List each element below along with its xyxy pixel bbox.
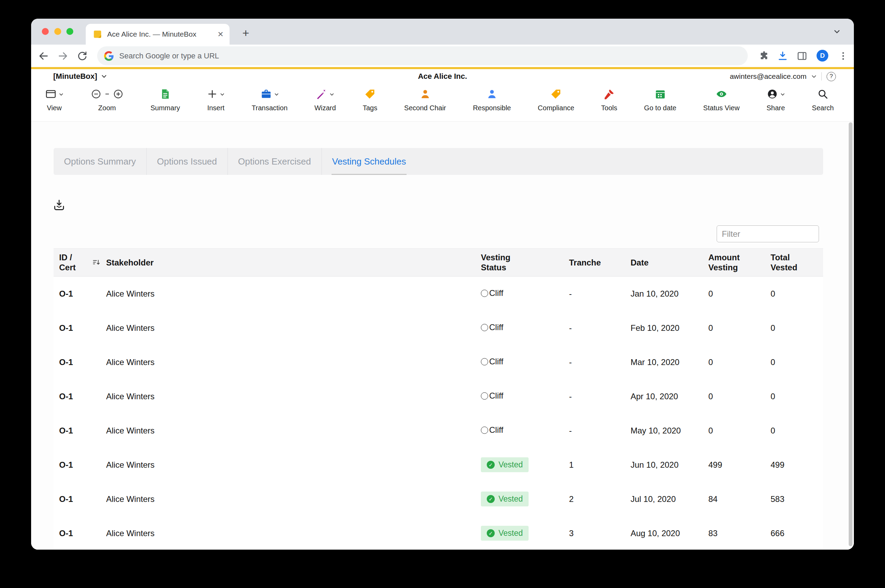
status-cliff: Cliff <box>481 391 503 400</box>
status-cliff: Cliff <box>481 357 503 366</box>
tag-icon <box>550 88 562 100</box>
chevron-down-icon <box>59 92 64 97</box>
status-cliff: Cliff <box>481 425 503 435</box>
search-input[interactable] <box>119 51 741 60</box>
tab-options-summary[interactable]: Options Summary <box>54 148 147 175</box>
close-window-button[interactable] <box>42 28 49 35</box>
wand-icon <box>316 88 327 100</box>
cliff-circle-icon <box>481 427 488 434</box>
divider <box>821 72 822 81</box>
person-blue-icon <box>486 88 498 100</box>
toolbar-item-tags[interactable]: Tags <box>363 87 377 122</box>
browser-tab-strip: Ace Alice Inc. — MinuteBox × + <box>31 19 854 45</box>
browser-window: Ace Alice Inc. — MinuteBox × + D [Minute… <box>31 19 854 550</box>
chevron-down-icon[interactable] <box>812 74 816 79</box>
header-total-vested: Total Vested <box>765 252 823 272</box>
zoom-dash-icon <box>104 88 111 99</box>
status-cliff: Cliff <box>481 322 503 332</box>
briefcase-icon <box>260 88 272 100</box>
extensions-puzzle-icon[interactable] <box>759 51 770 62</box>
new-tab-button[interactable]: + <box>239 26 253 40</box>
toolbar-item-transaction[interactable]: Transaction <box>252 87 288 122</box>
chevron-down-icon <box>274 92 279 97</box>
minimize-window-button[interactable] <box>54 28 61 35</box>
magnifier-icon <box>817 88 829 100</box>
download-icon[interactable] <box>777 51 788 62</box>
tab-close-icon[interactable]: × <box>218 29 224 39</box>
table-row[interactable]: O-1 Alice Winters Vested 1 Jun 10, 2020 … <box>54 448 823 482</box>
toolbar-item-tools[interactable]: Tools <box>601 87 617 122</box>
vesting-table: ID / Cert Stakeholder Vesting Status Tra… <box>54 248 823 550</box>
header-vesting-status: Vesting Status <box>476 252 564 272</box>
toolbar-item-summary[interactable]: Summary <box>150 87 180 122</box>
header-tranche: Tranche <box>564 258 625 267</box>
chevron-down-icon <box>330 92 334 97</box>
toolbar-item-go-to-date[interactable]: Go to date <box>644 87 676 122</box>
toolbar-item-view[interactable]: View <box>45 87 64 122</box>
scrollbar-thumb[interactable] <box>849 122 852 546</box>
header-date: Date <box>625 258 703 267</box>
tab-options-issued[interactable]: Options Issued <box>147 148 228 175</box>
filter-input[interactable] <box>717 225 819 242</box>
person-circle-icon <box>766 88 778 100</box>
toolbar-item-second-chair[interactable]: Second Chair <box>404 87 446 122</box>
cliff-circle-icon <box>481 290 488 297</box>
status-vested-badge: Vested <box>481 458 529 472</box>
fullscreen-window-button[interactable] <box>66 28 73 35</box>
check-icon <box>487 529 495 537</box>
table-row[interactable]: O-1 Alice Winters Cliff - Mar 10, 2020 0… <box>54 345 823 379</box>
toolbar-item-responsible[interactable]: Responsible <box>473 87 511 122</box>
zoom-out-icon[interactable] <box>91 88 102 99</box>
tab-title: Ace Alice Inc. — MinuteBox <box>107 30 213 38</box>
toolbar-item-status-view[interactable]: Status View <box>703 87 740 122</box>
table-row[interactable]: O-1 Alice Winters Vested 3 Aug 10, 2020 … <box>54 516 823 550</box>
help-button[interactable]: ? <box>826 72 836 81</box>
google-g-icon <box>104 51 114 61</box>
browser-nav-bar: D <box>31 45 854 67</box>
check-icon <box>487 461 495 469</box>
toolbar-item-search[interactable]: Search <box>812 87 834 122</box>
toolbar-item-wizard[interactable]: Wizard <box>314 87 336 122</box>
table-row[interactable]: O-1 Alice Winters Cliff - Jan 10, 2020 0… <box>54 276 823 311</box>
tab-vesting-schedules[interactable]: Vesting Schedules <box>322 148 417 175</box>
toolbar-item-compliance[interactable]: Compliance <box>538 87 574 122</box>
tag-icon <box>364 88 376 100</box>
toolbar-item-zoom[interactable]: Zoom <box>91 87 124 122</box>
export-download-icon[interactable] <box>52 198 66 212</box>
section-tab-bar: Options Summary Options Issued Options E… <box>54 148 823 175</box>
side-panel-icon[interactable] <box>796 51 808 62</box>
toolbar-item-insert[interactable]: Insert <box>207 87 225 122</box>
table-row[interactable]: O-1 Alice Winters Cliff - Feb 10, 2020 0… <box>54 311 823 345</box>
check-icon <box>487 495 495 503</box>
browser-tab[interactable]: Ace Alice Inc. — MinuteBox × <box>86 24 230 45</box>
tab-favicon <box>93 29 102 39</box>
profile-avatar[interactable]: D <box>816 50 828 62</box>
back-icon[interactable] <box>38 51 49 62</box>
cliff-circle-icon <box>481 324 488 331</box>
tab-options-exercised[interactable]: Options Exercised <box>228 148 322 175</box>
document-icon <box>159 88 171 100</box>
header-amount-vesting: Amount Vesting <box>703 252 765 272</box>
user-email[interactable]: awinters@acealice.com <box>730 72 807 81</box>
sort-desc-icon[interactable] <box>92 258 100 267</box>
reload-icon[interactable] <box>77 51 88 62</box>
chevron-down-icon <box>220 92 225 97</box>
address-bar[interactable] <box>97 46 748 65</box>
status-vested-badge: Vested <box>481 492 529 506</box>
person-orange-icon <box>419 88 431 100</box>
toolbar-item-share[interactable]: Share <box>766 87 785 122</box>
forward-icon[interactable] <box>57 51 69 62</box>
user-area: awinters@acealice.com ? <box>730 69 836 84</box>
table-row[interactable]: O-1 Alice Winters Cliff - Apr 10, 2020 0… <box>54 379 823 413</box>
table-row[interactable]: O-1 Alice Winters Cliff - May 10, 2020 0… <box>54 413 823 448</box>
status-vested-badge: Vested <box>481 526 529 541</box>
status-cliff: Cliff <box>481 288 503 298</box>
plus-icon <box>207 88 218 99</box>
eye-icon <box>716 88 728 100</box>
header-id-cert[interactable]: ID / Cert <box>54 252 100 272</box>
tab-list-chevron-icon[interactable] <box>832 26 842 37</box>
table-row[interactable]: O-1 Alice Winters Vested 2 Jul 10, 2020 … <box>54 482 823 516</box>
calendar-icon <box>654 88 666 100</box>
zoom-in-icon[interactable] <box>113 88 124 99</box>
browser-menu-icon[interactable] <box>838 51 849 62</box>
